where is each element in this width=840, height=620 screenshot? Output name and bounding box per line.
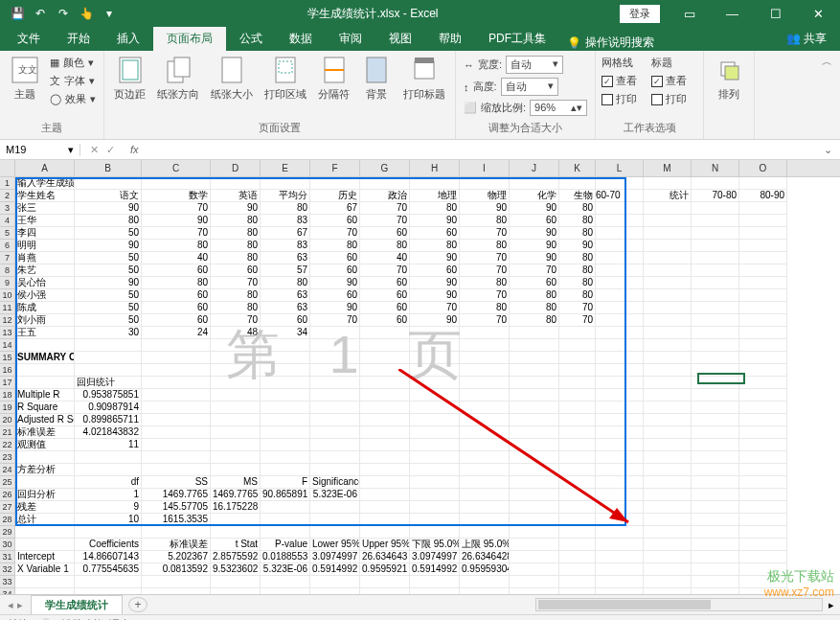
row-header-1[interactable]: 1 bbox=[0, 177, 14, 190]
row-header-17[interactable]: 17 bbox=[0, 377, 14, 389]
tab-file[interactable]: 文件 bbox=[4, 27, 54, 51]
col-header-M[interactable]: M bbox=[644, 160, 692, 176]
row-header-7[interactable]: 7 bbox=[0, 252, 14, 264]
row-header-3[interactable]: 3 bbox=[0, 202, 14, 215]
row-header-6[interactable]: 6 bbox=[0, 240, 14, 252]
row-header-33[interactable]: 33 bbox=[0, 576, 14, 588]
tab-view[interactable]: 视图 bbox=[375, 27, 425, 51]
sheet-nav-last-icon[interactable]: ▸ bbox=[17, 599, 23, 611]
headings-view-checkbox[interactable]: ✓查看 bbox=[651, 73, 697, 89]
margins-button[interactable]: 页边距 bbox=[110, 53, 149, 103]
add-sheet-button[interactable]: + bbox=[128, 597, 148, 612]
tab-pdf[interactable]: PDF工具集 bbox=[475, 27, 559, 51]
minimize-button[interactable]: — bbox=[711, 0, 754, 27]
col-header-O[interactable]: O bbox=[739, 160, 787, 176]
select-all-corner[interactable] bbox=[0, 160, 15, 176]
breaks-button[interactable]: 分隔符 bbox=[314, 53, 353, 103]
size-button[interactable]: 纸张大小 bbox=[207, 53, 257, 103]
row-header-11[interactable]: 11 bbox=[0, 302, 14, 314]
col-header-B[interactable]: B bbox=[75, 160, 142, 176]
tab-page-layout[interactable]: 页面布局 bbox=[153, 27, 226, 51]
cancel-formula-icon[interactable]: ✕ bbox=[90, 144, 99, 156]
col-header-C[interactable]: C bbox=[142, 160, 211, 176]
row-header-27[interactable]: 27 bbox=[0, 501, 14, 514]
sheet-tab-active[interactable]: 学生成绩统计 bbox=[31, 595, 123, 614]
width-combo[interactable]: 自动▾ bbox=[506, 56, 563, 74]
col-header-A[interactable]: A bbox=[15, 160, 75, 176]
row-header-10[interactable]: 10 bbox=[0, 289, 14, 302]
row-header-31[interactable]: 31 bbox=[0, 551, 14, 563]
orientation-button[interactable]: 纸张方向 bbox=[153, 53, 203, 103]
col-header-F[interactable]: F bbox=[310, 160, 360, 176]
tab-data[interactable]: 数据 bbox=[276, 27, 326, 51]
horizontal-scrollbar[interactable] bbox=[535, 598, 823, 611]
row-header-15[interactable]: 15 bbox=[0, 352, 14, 364]
undo-icon[interactable]: ↶ bbox=[33, 6, 48, 21]
spreadsheet[interactable]: ABCDEFGHIJKLMNO 123456789101112131415161… bbox=[0, 160, 840, 594]
gridlines-view-checkbox[interactable]: ✓查看 bbox=[602, 73, 647, 89]
row-header-26[interactable]: 26 bbox=[0, 489, 14, 501]
close-button[interactable]: ✕ bbox=[797, 0, 840, 27]
maximize-button[interactable]: ☐ bbox=[754, 0, 797, 27]
col-header-L[interactable]: L bbox=[596, 160, 644, 176]
customize-qat-icon[interactable]: ▾ bbox=[102, 6, 117, 21]
row-header-30[interactable]: 30 bbox=[0, 539, 14, 551]
row-header-16[interactable]: 16 bbox=[0, 364, 14, 377]
tell-me-search[interactable]: 💡 操作说明搜索 bbox=[567, 34, 654, 51]
row-header-24[interactable]: 24 bbox=[0, 464, 14, 476]
row-header-20[interactable]: 20 bbox=[0, 414, 14, 426]
row-header-8[interactable]: 8 bbox=[0, 264, 14, 277]
row-header-14[interactable]: 14 bbox=[0, 339, 14, 352]
gridlines-print-checkbox[interactable]: 打印 bbox=[602, 91, 647, 107]
row-header-23[interactable]: 23 bbox=[0, 451, 14, 464]
fonts-button[interactable]: 文字体▾ bbox=[48, 73, 98, 89]
row-header-34[interactable]: 34 bbox=[0, 588, 14, 594]
col-header-I[interactable]: I bbox=[460, 160, 510, 176]
print-titles-button[interactable]: 打印标题 bbox=[399, 53, 449, 103]
row-header-18[interactable]: 18 bbox=[0, 389, 14, 402]
print-area-button[interactable]: 打印区域 bbox=[261, 53, 310, 103]
col-header-G[interactable]: G bbox=[360, 160, 410, 176]
row-header-21[interactable]: 21 bbox=[0, 426, 14, 439]
scroll-right-icon[interactable]: ▸ bbox=[823, 599, 840, 611]
share-button[interactable]: 👥 共享 bbox=[773, 27, 840, 51]
cells-grid[interactable]: 第 1 页 输入学生成绩，自动统计学科的平均分等数据。班级：X年X班统计日期：X… bbox=[15, 177, 840, 594]
tab-review[interactable]: 审阅 bbox=[326, 27, 375, 51]
row-header-32[interactable]: 32 bbox=[0, 563, 14, 576]
expand-formula-bar-icon[interactable]: ⌄ bbox=[816, 144, 840, 156]
col-header-D[interactable]: D bbox=[211, 160, 261, 176]
row-header-28[interactable]: 28 bbox=[0, 514, 14, 526]
arrange-button[interactable]: 排列 bbox=[710, 53, 748, 103]
save-icon[interactable]: 💾 bbox=[10, 6, 25, 21]
row-header-29[interactable]: 29 bbox=[0, 526, 14, 539]
row-header-2[interactable]: 2 bbox=[0, 190, 14, 202]
tab-insert[interactable]: 插入 bbox=[103, 27, 153, 51]
name-box[interactable]: M19▾ bbox=[0, 144, 80, 156]
enter-formula-icon[interactable]: ✓ bbox=[106, 144, 115, 156]
headings-print-checkbox[interactable]: 打印 bbox=[651, 91, 697, 107]
colors-button[interactable]: ▦颜色▾ bbox=[48, 55, 98, 71]
ribbon-options-icon[interactable]: ▭ bbox=[668, 0, 711, 27]
sheet-nav-first-icon[interactable]: ◂ bbox=[8, 599, 13, 611]
background-button[interactable]: 背景 bbox=[357, 53, 396, 103]
row-header-4[interactable]: 4 bbox=[0, 215, 14, 227]
col-header-N[interactable]: N bbox=[692, 160, 739, 176]
tab-formulas[interactable]: 公式 bbox=[226, 27, 276, 51]
effects-button[interactable]: ◯效果▾ bbox=[48, 91, 98, 107]
scale-spinner[interactable]: 96%▴▾ bbox=[530, 100, 587, 116]
scrollbar-thumb[interactable] bbox=[538, 600, 711, 609]
login-button[interactable]: 登录 bbox=[620, 5, 660, 23]
height-combo[interactable]: 自动▾ bbox=[501, 78, 558, 96]
row-header-25[interactable]: 25 bbox=[0, 476, 14, 489]
fx-icon[interactable]: fx bbox=[125, 144, 145, 155]
row-header-19[interactable]: 19 bbox=[0, 402, 14, 414]
row-header-12[interactable]: 12 bbox=[0, 314, 14, 327]
col-header-J[interactable]: J bbox=[510, 160, 559, 176]
tab-help[interactable]: 帮助 bbox=[425, 27, 475, 51]
collapse-ribbon-icon[interactable]: ︿ bbox=[814, 51, 840, 139]
row-header-5[interactable]: 5 bbox=[0, 227, 14, 240]
col-header-K[interactable]: K bbox=[559, 160, 596, 176]
tab-home[interactable]: 开始 bbox=[54, 27, 103, 51]
row-header-22[interactable]: 22 bbox=[0, 439, 14, 451]
row-header-9[interactable]: 9 bbox=[0, 277, 14, 289]
